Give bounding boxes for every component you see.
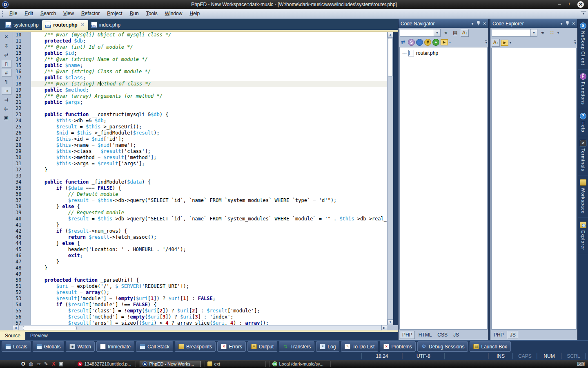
- tab-preview[interactable]: Preview: [25, 332, 53, 340]
- gutter-line-number[interactable]: 42: [13, 228, 31, 234]
- gutter-line-number[interactable]: 49: [13, 271, 31, 277]
- debug-button-output[interactable]: ≡Output: [247, 341, 277, 352]
- gutter-line-number[interactable]: 23: [13, 112, 31, 118]
- menu-overflow-icon[interactable]: ▾: [581, 11, 586, 17]
- gutter-line-number[interactable]: 43: [13, 234, 31, 240]
- gutter-line-number[interactable]: 37: [13, 197, 31, 204]
- debug-button-breakpoints[interactable]: Breakpoints: [175, 341, 216, 352]
- taskbar-item[interactable]: ext: [205, 361, 266, 367]
- gutter-line-number[interactable]: 45: [13, 247, 31, 253]
- menu-item-project[interactable]: Project: [103, 9, 126, 18]
- gutter-line-number[interactable]: 26: [13, 130, 31, 136]
- maximize-button[interactable]: +: [566, 1, 572, 8]
- gutter-line-number[interactable]: 29: [13, 148, 31, 155]
- outdent-icon[interactable]: ⇇: [2, 105, 11, 113]
- file-tab-router-php[interactable]: router.php✕: [42, 20, 88, 30]
- display-icon[interactable]: ▣: [59, 360, 63, 368]
- nav-lang-tab-php[interactable]: PHP: [400, 331, 415, 339]
- panel-close-icon[interactable]: ✕: [572, 21, 575, 26]
- side-tab-help[interactable]: ?Help: [578, 109, 588, 137]
- right-margin-icon[interactable]: ▯: [2, 60, 11, 68]
- code-explorer-tree[interactable]: [491, 48, 577, 330]
- notes-icon[interactable]: ✎: [44, 360, 48, 368]
- gutter-line-number[interactable]: 34: [13, 179, 31, 185]
- show-paragraphs-icon[interactable]: ¶: [2, 78, 11, 86]
- gutter-line-number[interactable]: 31: [13, 161, 31, 167]
- scroll-right-icon[interactable]: ▶: [381, 325, 387, 331]
- nav-lang-tab-css[interactable]: CSS: [435, 331, 450, 339]
- debug-button-launch-box[interactable]: ▤Launch Box: [470, 341, 510, 352]
- xterm-icon[interactable]: X: [52, 360, 55, 368]
- pin-icon[interactable]: [566, 21, 569, 26]
- word-wrap-icon[interactable]: ⇄: [2, 51, 11, 59]
- vertical-scrollbar[interactable]: ▲ ▼: [387, 32, 393, 325]
- gutter-line-number[interactable]: 14: [13, 56, 31, 63]
- more-buttons-icon[interactable]: ▾: [574, 40, 576, 45]
- gutter-line-number[interactable]: 40: [13, 216, 31, 222]
- line-numbers-icon[interactable]: #: [2, 69, 11, 77]
- minimize-button[interactable]: –: [556, 1, 563, 8]
- panel-close-icon[interactable]: ✕: [483, 21, 486, 26]
- scope-protected-icon[interactable]: #: [424, 39, 431, 46]
- horizontal-scroll-thumb[interactable]: [23, 326, 77, 330]
- menu-item-search[interactable]: Search: [37, 9, 60, 18]
- exp-lang-tab-js[interactable]: JS: [508, 331, 518, 339]
- taskbar-item[interactable]: DPhpED - New Works...: [140, 361, 201, 367]
- side-tab-functions[interactable]: FFunctions: [578, 70, 588, 109]
- menu-item-tools[interactable]: Tools: [143, 9, 161, 18]
- sort-alpha-icon[interactable]: A↓: [461, 29, 469, 37]
- file-tab-index-php[interactable]: index.php: [88, 20, 124, 30]
- send-to-icon[interactable]: ▶: [501, 40, 508, 46]
- menu-item-edit[interactable]: Edit: [21, 9, 37, 18]
- gutter-line-number[interactable]: 30: [13, 155, 31, 161]
- menu-item-file[interactable]: File: [6, 9, 21, 18]
- scope-public-icon[interactable]: +: [432, 39, 439, 46]
- gutter-line-number[interactable]: 13: [13, 50, 31, 56]
- sync-with-editor-icon[interactable]: ⇄: [400, 39, 407, 46]
- nav-lang-tab-js[interactable]: JS: [451, 331, 461, 339]
- gutter-line-number[interactable]: 56: [13, 314, 31, 320]
- gutter-line-number[interactable]: 47: [13, 259, 31, 265]
- tree-item-router[interactable]: ┄┄ router.php: [400, 47, 487, 56]
- horizontal-scroll-track[interactable]: [18, 325, 381, 330]
- debug-button-transfers[interactable]: ⇅Transfers: [279, 341, 314, 352]
- scroll-left-icon[interactable]: ◀: [13, 325, 18, 331]
- input-language-icon[interactable]: ⌨: [577, 361, 585, 367]
- side-tab-nusoap-client[interactable]: SNuSoap Client: [578, 19, 588, 70]
- folder-quick-icon[interactable]: ▱: [37, 360, 40, 368]
- gutter-line-number[interactable]: 41: [13, 222, 31, 228]
- binoculars-icon[interactable]: ⚭: [539, 29, 547, 37]
- debug-button-globals[interactable]: Globals: [33, 341, 65, 352]
- gutter-line-number[interactable]: 18: [13, 81, 31, 87]
- sort-alpha-icon[interactable]: A↓: [492, 39, 500, 47]
- toolbar-grip[interactable]: [2, 11, 4, 17]
- scroll-down-icon[interactable]: ▼: [388, 319, 393, 325]
- gutter-line-number[interactable]: 48: [13, 265, 31, 271]
- indent-guides-icon[interactable]: ⇥: [2, 87, 11, 95]
- globe-icon[interactable]: ◍: [29, 360, 33, 368]
- menu-item-refactor[interactable]: Refactor: [78, 9, 103, 18]
- menu-item-window[interactable]: Window: [161, 9, 186, 18]
- panel-menu-icon[interactable]: ▾: [561, 21, 563, 26]
- gutter-line-number[interactable]: 38: [13, 204, 31, 210]
- gutter-line-number[interactable]: 16: [13, 69, 31, 75]
- taskbar-item[interactable]: O1348327210untitled.p...: [75, 361, 136, 367]
- gutter-line-number[interactable]: 32: [13, 167, 31, 173]
- dropdown-arrow-icon[interactable]: ▾: [510, 41, 511, 45]
- side-tab-terminals[interactable]: >Terminals: [578, 136, 588, 175]
- explorer-search-input[interactable]: [492, 29, 530, 36]
- line-number-gutter[interactable]: 1011121314151617181920212223242526272829…: [13, 32, 31, 325]
- horizontal-scrollbar[interactable]: ◀ ▶: [0, 325, 398, 330]
- scope-private-icon[interactable]: −: [416, 39, 423, 46]
- grid-view-icon[interactable]: ∷: [548, 29, 556, 37]
- send-to-icon[interactable]: ▶: [441, 39, 448, 45]
- close-view-icon[interactable]: ✕: [2, 33, 11, 41]
- debug-button-debug-sessions[interactable]: ⚙Debug Sessions: [417, 341, 468, 352]
- dropdown-arrow-icon[interactable]: ▾: [449, 40, 451, 44]
- menu-item-run[interactable]: Run: [126, 9, 143, 18]
- gutter-line-number[interactable]: 54: [13, 302, 31, 308]
- debug-button-problems[interactable]: ✕Problems: [380, 341, 416, 352]
- gutter-line-number[interactable]: 11: [13, 38, 31, 44]
- gutter-line-number[interactable]: 12: [13, 44, 31, 50]
- menu-item-view[interactable]: View: [60, 9, 78, 18]
